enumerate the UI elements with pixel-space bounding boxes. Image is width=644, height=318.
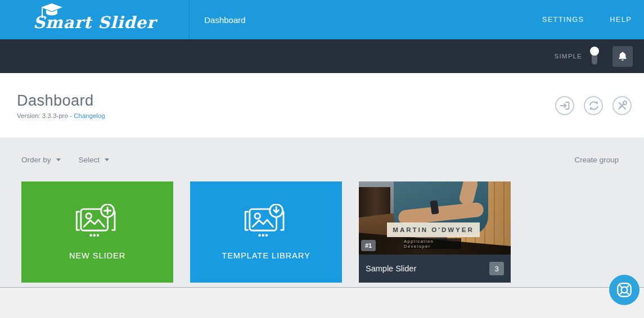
new-slider-label: NEW SLIDER xyxy=(69,251,125,260)
import-button[interactable] xyxy=(555,96,574,115)
top-bar: Smart Slider Dashboard SETTINGS HELP xyxy=(0,0,644,39)
slider-preview-image[interactable]: MARTIN O'DWYER Application Developer #1 xyxy=(359,181,511,255)
order-by-dropdown[interactable]: Order by xyxy=(21,156,61,164)
simple-mode-toggle[interactable] xyxy=(590,47,599,66)
slider-order-badge: #1 xyxy=(361,240,376,251)
version-number: Version: 3.3.3-pro - xyxy=(17,112,74,119)
brand-logo[interactable]: Smart Slider xyxy=(0,0,190,39)
slide-download-icon xyxy=(242,204,290,240)
page-title: Dashboard xyxy=(17,92,105,110)
notifications-button[interactable] xyxy=(613,46,633,67)
nav-item-dashboard[interactable]: Dashboard xyxy=(190,15,260,25)
bottom-strip xyxy=(0,287,644,318)
slide-heading-band: MARTIN O'DWYER xyxy=(387,222,480,237)
content-area: Order by Select Create group xyxy=(0,138,644,287)
select-dropdown[interactable]: Select xyxy=(79,156,110,164)
license-key-button[interactable] xyxy=(613,96,632,115)
help-link[interactable]: HELP xyxy=(610,16,632,24)
top-nav: Dashboard xyxy=(190,0,260,39)
order-by-label: Order by xyxy=(21,156,51,164)
toggle-knob-icon xyxy=(590,47,599,56)
sync-icon xyxy=(587,99,600,112)
slide-subheading: Application Developer xyxy=(404,239,461,249)
slide-heading: MARTIN O'DWYER xyxy=(393,226,474,233)
sync-button[interactable] xyxy=(584,96,603,115)
template-library-card[interactable]: TEMPLATE LIBRARY xyxy=(190,181,342,283)
template-library-label: TEMPLATE LIBRARY xyxy=(222,251,310,260)
lifebuoy-icon xyxy=(615,281,633,299)
slide-subheading-band: Application Developer xyxy=(404,238,461,249)
support-fab-button[interactable] xyxy=(609,275,640,305)
version-text: Version: 3.3.3-pro - Changelog xyxy=(17,112,105,119)
select-label: Select xyxy=(79,156,100,164)
header-actions xyxy=(555,96,632,115)
caret-down-icon xyxy=(105,158,109,161)
page-header: Dashboard Version: 3.3.3-pro - Changelog xyxy=(0,73,644,138)
bell-icon xyxy=(616,50,629,62)
settings-link[interactable]: SETTINGS xyxy=(542,16,584,24)
import-icon xyxy=(558,99,571,112)
new-slider-card[interactable]: NEW SLIDER xyxy=(21,181,173,283)
slider-card-footer: Sample Slider 3 xyxy=(359,255,511,283)
simple-mode-label: SIMPLE xyxy=(555,53,582,60)
slide-count-badge: 3 xyxy=(489,262,504,275)
slider-title: Sample Slider xyxy=(366,264,416,273)
toolbar: Order by Select Create group xyxy=(21,138,619,181)
top-bar-right: SETTINGS HELP xyxy=(516,0,644,39)
sample-slider-card[interactable]: MARTIN O'DWYER Application Developer #1 … xyxy=(359,181,511,283)
caret-down-icon xyxy=(56,158,61,161)
admin-bar: SIMPLE xyxy=(0,39,644,73)
key-icon xyxy=(615,99,629,112)
graduation-cap-icon xyxy=(31,2,68,25)
changelog-link[interactable]: Changelog xyxy=(74,112,105,119)
cards-row: NEW SLIDER TEMPLATE LIBR xyxy=(21,181,619,283)
slide-add-icon xyxy=(74,204,121,240)
create-group-button[interactable]: Create group xyxy=(574,156,619,164)
